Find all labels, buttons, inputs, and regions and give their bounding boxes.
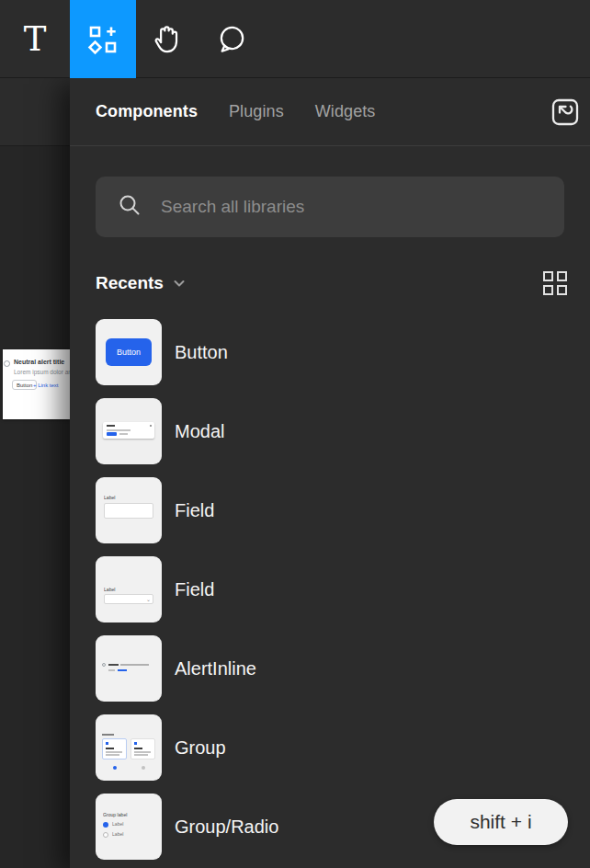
components-panel: Components Plugins Widgets Recents: [70, 78, 590, 868]
group-radio-thumbnail: Group label Label Label: [96, 794, 162, 860]
hand-icon: [150, 22, 185, 57]
alert-title: Neutral alert title: [14, 359, 64, 365]
mini-radio-selected: [103, 822, 108, 828]
shortcut-hint-badge: shift + i: [434, 799, 568, 845]
alert-link: + Link text: [33, 383, 59, 388]
mini-card-selected: [102, 738, 127, 760]
text-tool-icon: T: [24, 22, 47, 56]
button-thumbnail: Button: [96, 319, 162, 385]
field-thumbnail: Label: [96, 477, 162, 543]
item-label: AlertInline: [175, 658, 256, 680]
item-label: Group: [175, 737, 226, 759]
open-in-window-icon: [550, 97, 581, 128]
mini-select-chevron: ⌄: [146, 596, 151, 602]
mini-radio-unselected: [103, 832, 108, 838]
open-in-window-button[interactable]: [550, 97, 581, 128]
left-sidebar-strip: [0, 78, 70, 146]
toolbar: T: [0, 0, 590, 78]
comment-tool-button[interactable]: [208, 0, 255, 78]
mini-card-unselected: [130, 738, 155, 760]
item-label: Modal: [175, 421, 224, 442]
grid-view-toggle[interactable]: [542, 270, 568, 296]
list-item-alertinline[interactable]: AlertInline: [96, 635, 564, 702]
item-label: Button: [175, 342, 228, 363]
tab-plugins[interactable]: Plugins: [229, 102, 284, 121]
grid-icon: [543, 271, 553, 281]
alert-info-icon: [4, 360, 10, 367]
recents-header: Recents: [96, 270, 568, 296]
recents-dropdown[interactable]: Recents: [96, 273, 186, 293]
item-label: Field: [175, 579, 214, 600]
field-select-thumbnail: Label ⌄: [96, 556, 162, 622]
search-icon: [118, 193, 142, 222]
list-item-group[interactable]: Group: [96, 714, 564, 781]
recents-title: Recents: [96, 273, 164, 293]
comment-bubble-icon: [215, 23, 248, 56]
modal-thumbnail: [96, 398, 162, 464]
item-label: Group/Radio: [175, 817, 278, 838]
chevron-down-icon: [173, 277, 186, 290]
text-tool-button[interactable]: T: [9, 0, 61, 78]
list-item-button[interactable]: Button Button: [96, 319, 564, 385]
mini-button-preview: Button: [106, 338, 152, 366]
search-input[interactable]: [161, 197, 542, 217]
search-bar[interactable]: [96, 177, 564, 237]
tab-widgets[interactable]: Widgets: [315, 102, 376, 121]
tab-components[interactable]: Components: [96, 102, 198, 121]
components-tool-button-active[interactable]: [70, 0, 136, 78]
alertinline-thumbnail: [96, 635, 162, 702]
list-item-modal[interactable]: Modal: [96, 398, 564, 464]
list-item-field-select[interactable]: Label ⌄ Field: [96, 556, 564, 622]
list-item-field[interactable]: Label Field: [96, 477, 564, 543]
components-icon: [87, 24, 119, 55]
mini-modal-preview: [103, 422, 154, 439]
mini-input-preview: [104, 503, 153, 519]
panel-tabs: Components Plugins Widgets: [70, 78, 590, 146]
hand-tool-button[interactable]: [143, 0, 191, 78]
item-label: Field: [175, 500, 214, 521]
group-thumbnail: [96, 714, 162, 781]
component-list: Button Button Modal Label Field: [70, 319, 590, 860]
canvas-alert-card[interactable]: Neutral alert title Lorem ipsum dolor am…: [3, 349, 70, 419]
canvas-area: Neutral alert title Lorem ipsum dolor am…: [0, 78, 70, 868]
